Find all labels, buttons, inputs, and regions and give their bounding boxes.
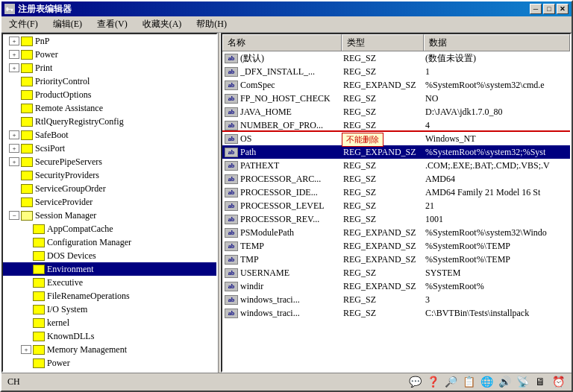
tree-item[interactable]: Environment [3,262,216,276]
expand-icon[interactable]: + [9,157,19,166]
tree-item[interactable]: I/O System [3,303,216,316]
tree-item[interactable]: +Print [3,61,216,75]
clipboard-icon[interactable]: 📋 [461,375,476,390]
tree-item[interactable]: RtlQueryRegistryConfig [3,115,216,128]
expand-icon[interactable]: + [9,144,19,153]
help-icon[interactable]: ❓ [425,375,440,390]
table-row[interactable]: abPSModulePathREG_EXPAND_SZ%SystemRoot%\… [222,226,570,239]
wifi-icon[interactable]: 📡 [515,375,530,390]
tree-item[interactable]: Power [3,356,216,370]
chat-icon[interactable]: 💬 [407,375,422,390]
reg-value-icon: ab [225,255,238,265]
volume-icon[interactable]: 🔊 [497,375,512,390]
table-row[interactable]: abPROCESSOR_IDE...REG_SZAMD64 Family 21 … [222,186,570,199]
list-row-wrapper: abOSREG_SZWindows_NT不能删除 [222,132,570,145]
tree-item[interactable]: +Memory Management [3,343,216,356]
status-bar: CH 💬 ❓ 🔎 📋 🌐 🔊 📡 🖥 ⏰ [1,373,572,391]
menu-file[interactable]: 文件(F) [4,16,43,32]
table-row[interactable]: abTMPREG_EXPAND_SZ%SystemRoot%\TEMP [222,253,570,266]
table-row[interactable]: abwindirREG_EXPAND_SZ%SystemRoot% [222,279,570,293]
value-type: REG_SZ [343,107,425,118]
table-row[interactable]: abNUMBER_OF_PRO...REG_SZ4 [222,118,570,132]
table-row[interactable]: abPROCESSOR_ARC...REG_SZAMD64 [222,172,570,186]
tree-item[interactable]: ServiceProvider [3,195,216,209]
minimize-button[interactable]: ─ [530,4,542,14]
list-row-wrapper: abPROCESSOR_REV...REG_SZ1001 [222,212,570,226]
clock-icon[interactable]: ⏰ [551,375,566,390]
table-row[interactable]: abPathREG_EXPAND_SZ%SystemRoot%\system32… [222,145,570,159]
table-row[interactable]: abComSpecREG_EXPAND_SZ%SystemRoot%\syste… [222,78,570,92]
tree-item-label: PnP [35,36,49,47]
table-row[interactable]: abPROCESSOR_LEVELREG_SZ21 [222,199,570,212]
list-row-wrapper: abwindows_traci...REG_SZ3 [222,293,570,306]
value-data: %SystemRoot%\system32\Windo [425,227,570,238]
maximize-button[interactable]: □ [543,4,555,14]
expand-icon[interactable]: + [9,50,19,59]
folder-icon [21,144,33,154]
tree-item[interactable]: AppCompatCache [3,222,216,235]
table-row[interactable]: abTEMPREG_EXPAND_SZ%SystemRoot%\TEMP [222,239,570,253]
tree-item[interactable]: +SecurePipeServers [3,155,216,168]
value-data: 21 [425,200,570,212]
search-icon[interactable]: 🔎 [443,375,458,390]
folder-icon [33,291,45,301]
col-header-name[interactable]: 名称 [222,34,342,51]
col-header-type[interactable]: 类型 [342,34,424,51]
table-row[interactable]: abPROCESSOR_REV...REG_SZ1001 [222,212,570,226]
expand-icon[interactable]: + [9,130,19,139]
reg-value-icon: ab [225,54,238,63]
value-data: D:\JAVA\jdk1.7.0_80 [425,107,570,118]
close-button[interactable]: ✕ [557,4,569,14]
window-title: 注册表编辑器 [18,3,530,16]
folder-icon [33,224,45,234]
network-icon[interactable]: 🌐 [479,375,494,390]
tree-item[interactable]: KnownDLLs [3,329,216,343]
registry-values-list[interactable]: ab(默认)REG_SZ(数值未设置)ab_DFX_INSTALL_...REG… [222,51,570,371]
col-header-data[interactable]: 数据 [424,34,570,51]
tree-item[interactable]: −Session Manager [3,209,216,222]
reg-value-icon: ab [225,282,238,291]
tree-item[interactable]: +Power [3,48,216,61]
tree-item[interactable]: PriorityControl [3,75,216,88]
expand-icon[interactable]: + [9,37,19,45]
value-name: NUMBER_OF_PRO... [240,120,343,131]
value-data: 4 [425,120,570,131]
tree-item[interactable]: SecurityProviders [3,168,216,182]
table-row[interactable]: ab_DFX_INSTALL_...REG_SZ1 [222,65,570,78]
tree-item[interactable]: Configuration Manager [3,235,216,249]
registry-tree[interactable]: +PnP+Power+PrintPriorityControlProductOp… [1,33,218,373]
table-row[interactable]: ab(默认)REG_SZ(数值未设置) [222,51,570,65]
table-row[interactable]: abJAVA_HOMEREG_SZD:\JAVA\jdk1.7.0_80 [222,105,570,118]
folder-icon [21,197,33,207]
display-icon[interactable]: 🖥 [533,375,548,390]
expand-icon[interactable]: + [9,63,19,72]
value-type: REG_SZ [343,133,425,145]
table-row[interactable]: abFP_NO_HOST_CHECKREG_SZNO [222,92,570,105]
table-row[interactable]: abUSERNAMEREG_SZSYSTEM [222,266,570,279]
table-row[interactable]: abwindows_traci...REG_SZC:\BVTBin\Tests\… [222,306,570,320]
value-type: REG_SZ [343,160,425,171]
table-row[interactable]: abOSREG_SZWindows_NT [222,132,570,145]
tree-item[interactable]: FileRenameOperations [3,289,216,303]
tree-item[interactable]: Executive [3,276,216,289]
tree-item[interactable]: kernel [3,316,216,329]
list-row-wrapper: abNUMBER_OF_PRO...REG_SZ4 [222,118,570,132]
reg-value-icon: ab [225,215,238,224]
tree-item[interactable]: DOS Devices [3,249,216,262]
tree-item[interactable]: Remote Assistance [3,101,216,115]
tree-item[interactable]: ServiceGroupOrder [3,182,216,195]
tree-item[interactable]: +ScsiPort [3,142,216,155]
value-data: .COM;.EXE;.BAT;.CMD;.VBS;.V [425,160,570,171]
tree-item[interactable]: ProductOptions [3,88,216,101]
value-type: REG_SZ [343,93,425,104]
table-row[interactable]: abPATHEXTREG_SZ.COM;.EXE;.BAT;.CMD;.VBS;… [222,159,570,172]
expand-icon[interactable]: − [9,211,19,220]
menu-favorites[interactable]: 收藏夹(A) [138,16,187,32]
menu-help[interactable]: 帮助(H) [192,16,231,32]
expand-icon[interactable]: + [21,345,31,354]
tree-item[interactable]: +SafeBoot [3,128,216,142]
tree-item[interactable]: +PnP [3,34,216,48]
table-row[interactable]: abwindows_traci...REG_SZ3 [222,293,570,306]
menu-view[interactable]: 查看(V) [93,16,132,32]
menu-edit[interactable]: 编辑(E) [48,16,87,32]
